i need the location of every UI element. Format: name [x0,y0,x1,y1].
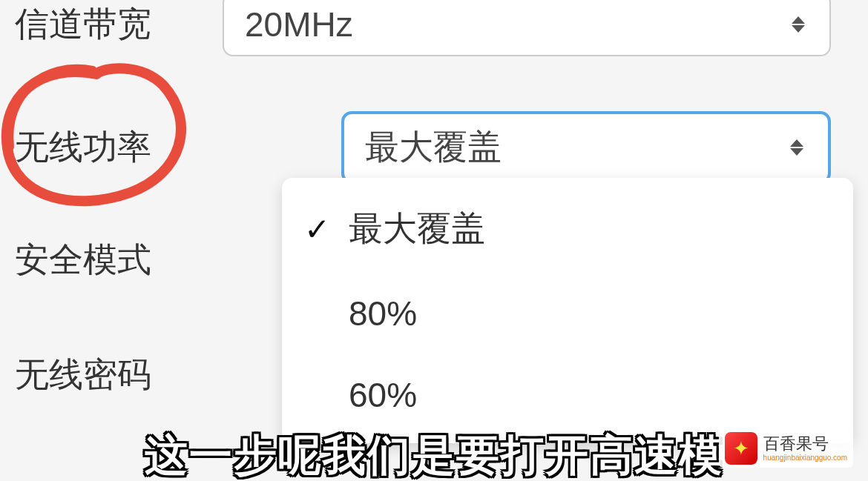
wireless-power-dropdown: ✓ 最大覆盖 80% 60% [282,178,853,443]
wireless-power-label: 无线功率 [15,125,223,170]
wireless-password-label: 无线密码 [15,352,223,398]
video-subtitle: 这一步呢我们是要打开高速模 [145,427,723,481]
channel-bandwidth-label: 信道带宽 [15,1,223,47]
wireless-power-row: 无线功率 最大覆盖 [0,111,846,184]
dropdown-option-label: 最大覆盖 [349,206,485,252]
watermark-logo-icon: ✦ [725,432,757,465]
channel-bandwidth-value: 20MHz [245,4,353,44]
watermark-title: 百香果号 [763,435,847,453]
dropdown-option-max-coverage[interactable]: ✓ 最大覆盖 [282,185,853,273]
wireless-power-value: 最大覆盖 [365,125,502,170]
watermark-text: 百香果号 huangjinbaixiangguo.com [763,435,847,461]
dropdown-option-60[interactable]: 60% [282,354,853,436]
security-mode-label: 安全模式 [15,237,223,283]
watermark-url: huangjinbaixiangguo.com [763,454,847,462]
chevron-updown-icon [786,134,807,161]
security-mode-row: 安全模式 [0,237,237,283]
channel-bandwidth-select[interactable]: 20MHz [223,0,831,56]
channel-bandwidth-row: 信道带宽 20MHz [0,0,846,56]
wireless-password-row: 无线密码 [0,352,237,398]
check-icon: ✓ [304,211,330,248]
wireless-power-select[interactable]: 最大覆盖 [341,111,831,184]
chevron-updown-icon [788,11,809,38]
watermark: ✦ 百香果号 huangjinbaixiangguo.com [719,429,853,468]
dropdown-option-80[interactable]: 80% [282,273,853,354]
dropdown-option-label: 80% [349,293,417,334]
dropdown-option-label: 60% [349,375,417,415]
